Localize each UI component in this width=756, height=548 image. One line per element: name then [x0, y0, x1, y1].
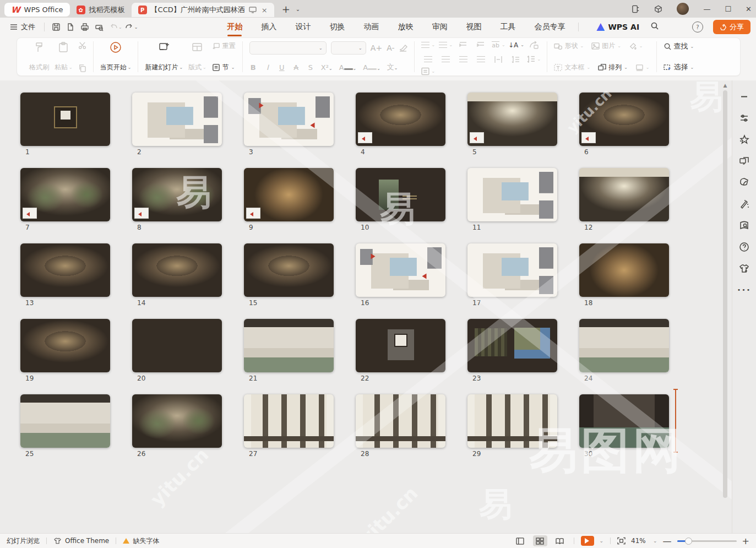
- file-menu-button[interactable]: 文件: [6, 22, 40, 32]
- slide-thumbnail[interactable]: [467, 93, 557, 146]
- slide-thumbnail[interactable]: [467, 394, 557, 448]
- print-button[interactable]: [78, 20, 92, 34]
- theme-label[interactable]: Office Theme: [65, 537, 109, 545]
- tab-slideshow[interactable]: 放映: [396, 19, 414, 35]
- superscript-button[interactable]: X²⌄: [321, 63, 333, 72]
- tab-view[interactable]: 视图: [465, 19, 482, 35]
- layout-button[interactable]: 版式⌄: [188, 41, 206, 72]
- align-right-icon[interactable]: [459, 56, 467, 63]
- reset-button[interactable]: 重置: [212, 41, 236, 51]
- strikethrough-button[interactable]: A: [292, 63, 300, 72]
- play-options-chevron-icon[interactable]: ⌄: [600, 538, 604, 544]
- close-window-button[interactable]: ✕: [746, 5, 752, 13]
- slide-thumbnail[interactable]: [132, 243, 222, 297]
- slide-thumbnail[interactable]: [579, 394, 669, 448]
- slide-thumbnail[interactable]: [579, 93, 669, 146]
- smartart-convert-icon[interactable]: [529, 41, 539, 49]
- slide-thumbnail[interactable]: [132, 168, 222, 221]
- frame-style-button[interactable]: ⌄: [635, 63, 650, 72]
- arrange-button[interactable]: 排列⌄: [598, 63, 628, 72]
- decrease-font-button[interactable]: A-: [387, 44, 394, 52]
- italic-button[interactable]: I: [264, 63, 271, 72]
- increase-font-button[interactable]: A+: [371, 44, 382, 52]
- slide-thumbnail[interactable]: [467, 168, 557, 221]
- slide-thumbnail[interactable]: [244, 168, 334, 221]
- zoom-chevron-icon[interactable]: ⌄: [653, 538, 657, 544]
- highlight-button[interactable]: A⌄: [363, 63, 380, 72]
- text-direction-button[interactable]: ↓A⌄: [508, 41, 524, 49]
- zoom-in-button[interactable]: +: [742, 536, 749, 546]
- zoom-slider[interactable]: [677, 540, 737, 542]
- bullets-button[interactable]: ⌄: [421, 42, 436, 48]
- font-color-button[interactable]: A⌄: [339, 63, 357, 72]
- slide-thumbnail[interactable]: [579, 319, 669, 372]
- format-painter-button[interactable]: 格式刷: [29, 41, 49, 72]
- transition-icon[interactable]: [738, 155, 750, 167]
- tab-list-chevron-icon[interactable]: ⌄: [296, 6, 300, 12]
- slide-thumbnail[interactable]: [20, 394, 110, 448]
- slide-thumbnail[interactable]: [132, 93, 222, 146]
- slide-thumbnail[interactable]: [467, 319, 557, 372]
- find-button[interactable]: 查找⌄: [663, 41, 694, 51]
- minimize-button[interactable]: —: [703, 5, 710, 13]
- clear-format-icon[interactable]: [399, 44, 407, 52]
- underline-button[interactable]: U: [278, 63, 286, 72]
- new-tab-button[interactable]: +: [282, 3, 290, 15]
- decrease-indent-icon[interactable]: [459, 41, 467, 49]
- collapse-panel-icon[interactable]: [738, 90, 750, 102]
- tab-document[interactable]: P 【CCD】广州岭南中式园林酒 ×: [132, 3, 274, 17]
- tab-wps-home[interactable]: W WPS Office: [4, 3, 70, 17]
- increase-indent-icon[interactable]: [476, 41, 485, 49]
- close-tab-icon[interactable]: ×: [262, 6, 268, 14]
- doc-search-icon[interactable]: [738, 219, 750, 231]
- align-center-icon[interactable]: [442, 56, 450, 63]
- zoom-slider-knob[interactable]: [685, 538, 692, 545]
- phonetic-guide-button[interactable]: 文⌄: [387, 62, 398, 72]
- justify-icon[interactable]: [477, 56, 485, 63]
- vertical-align-button[interactable]: ⌄: [421, 67, 436, 75]
- slide-thumbnail[interactable]: [20, 243, 110, 297]
- font-size-select[interactable]: ⌄: [331, 41, 366, 55]
- select-button[interactable]: 选择⌄: [663, 62, 694, 72]
- row-spacing-icon[interactable]: [512, 56, 520, 63]
- slide-thumbnail[interactable]: [244, 394, 334, 448]
- slide-thumbnail[interactable]: [467, 243, 557, 297]
- missing-fonts-label[interactable]: 缺失字体: [133, 536, 159, 546]
- slide-thumbnail[interactable]: [20, 93, 110, 146]
- slide-thumbnail[interactable]: [20, 319, 110, 372]
- copy-button[interactable]: [78, 64, 86, 72]
- textbox-button[interactable]: 文本框⌄: [554, 63, 590, 72]
- assistant-icon[interactable]: ?: [692, 21, 703, 32]
- slide-thumbnail[interactable]: [20, 168, 110, 221]
- share-button[interactable]: 分享: [713, 20, 750, 34]
- normal-view-button[interactable]: [513, 535, 527, 546]
- undo-chevron-icon[interactable]: ⌄: [118, 25, 122, 30]
- tab-insert[interactable]: 插入: [260, 19, 278, 35]
- tab-review[interactable]: 审阅: [431, 19, 448, 35]
- vertical-scrollbar[interactable]: ▲: [722, 83, 728, 531]
- tab-animation[interactable]: 动画: [362, 19, 380, 35]
- view-mode-label[interactable]: 幻灯片浏览: [7, 536, 40, 546]
- paste-button[interactable]: 粘贴⌄: [55, 41, 73, 72]
- scrollbar-thumb[interactable]: [723, 90, 727, 498]
- numbering-button[interactable]: ⌄: [439, 42, 453, 48]
- zoom-out-button[interactable]: —: [663, 536, 672, 546]
- section-button[interactable]: 节⌄: [212, 63, 236, 72]
- font-name-select[interactable]: ⌄: [249, 41, 327, 55]
- align-left-icon[interactable]: [424, 56, 432, 63]
- slide-thumbnail[interactable]: [356, 168, 445, 221]
- design-leaf-icon[interactable]: [738, 176, 750, 188]
- tab-member[interactable]: 会员专享: [533, 19, 566, 35]
- line-spacing-button[interactable]: ⌄: [527, 55, 541, 63]
- more-options-icon[interactable]: •••: [738, 284, 750, 296]
- character-spacing-button[interactable]: ab⌄: [492, 41, 505, 49]
- fit-window-icon[interactable]: [617, 537, 626, 545]
- slideshow-play-button[interactable]: [581, 536, 594, 546]
- help-icon[interactable]: [738, 241, 750, 253]
- new-slide-button[interactable]: 新建幻灯片⌄: [145, 41, 183, 72]
- quickbar-chevron-icon[interactable]: ⌄: [134, 25, 138, 30]
- tab-home[interactable]: 开始: [226, 19, 243, 35]
- slide-thumbnail[interactable]: [132, 394, 222, 448]
- shapes-button[interactable]: 形状⌄: [554, 41, 584, 51]
- slide-thumbnail[interactable]: [244, 319, 334, 372]
